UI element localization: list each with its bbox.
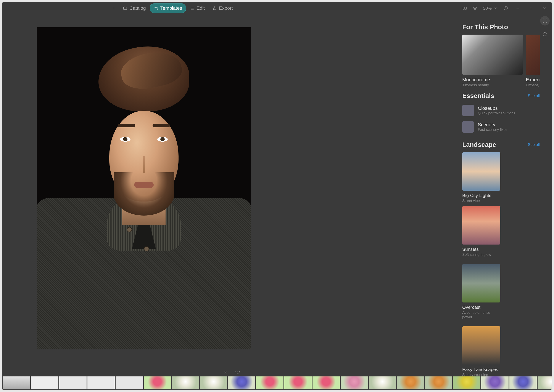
nav-export-label: Export xyxy=(219,5,233,11)
sparkle-icon xyxy=(154,6,158,10)
template-thumb xyxy=(526,35,540,75)
template-title: Overcast xyxy=(462,305,500,310)
help-icon xyxy=(503,6,508,11)
filmstrip-thumb[interactable] xyxy=(538,377,552,389)
filmstrip-thumb[interactable] xyxy=(144,377,171,389)
svg-marker-19 xyxy=(543,32,547,35)
template-subtitle: Simply stunning landscapes xyxy=(462,372,500,377)
nav-export[interactable]: Export xyxy=(209,4,237,13)
filmstrip-thumb[interactable] xyxy=(256,377,283,389)
svg-point-7 xyxy=(474,7,476,9)
template-thumb xyxy=(462,206,500,245)
template-title: Monochrome xyxy=(462,77,523,83)
filmstrip-thumb[interactable] xyxy=(228,377,255,389)
zoom-dropdown[interactable]: 30% xyxy=(482,5,499,12)
floating-tool-icons xyxy=(540,16,550,38)
section-essentials: Essentials See all xyxy=(462,92,540,99)
template-card-big-city-lights[interactable]: Big City Lights Street vibe xyxy=(462,152,500,203)
template-title: Easy Landscapes xyxy=(462,367,500,372)
add-button[interactable] xyxy=(109,3,119,13)
section-title-label: For This Photo xyxy=(462,23,508,31)
expand-icon xyxy=(542,18,547,23)
close-icon xyxy=(543,6,547,10)
template-card-easy-landscapes[interactable]: Easy Landscapes Simply stunning landscap… xyxy=(462,326,500,377)
filmstrip-thumb[interactable] xyxy=(284,377,312,389)
see-all-landscape[interactable]: See all xyxy=(528,142,540,147)
chevron-down-icon xyxy=(493,6,498,11)
nav-edit[interactable]: Edit xyxy=(186,4,209,13)
filmstrip-thumb[interactable] xyxy=(115,377,143,389)
filmstrip-thumb[interactable] xyxy=(341,377,368,389)
preview-toggle[interactable] xyxy=(472,5,478,11)
canvas-area xyxy=(2,14,461,377)
filmstrip-thumb[interactable] xyxy=(3,377,30,389)
template-thumb xyxy=(462,152,500,191)
filmstrip-thumb[interactable] xyxy=(200,377,227,389)
filmstrip[interactable] xyxy=(2,377,552,390)
templates-panel[interactable]: For This Photo Monochrome Timeless beaut… xyxy=(461,14,552,377)
template-thumb xyxy=(462,35,523,75)
expand-panel-button[interactable] xyxy=(540,16,550,26)
filmstrip-thumb[interactable] xyxy=(59,377,86,389)
filmstrip-thumb[interactable] xyxy=(87,377,115,389)
filmstrip-thumb[interactable] xyxy=(31,377,58,389)
section-for-this-photo: For This Photo xyxy=(462,23,540,31)
see-all-essentials[interactable]: See all xyxy=(528,94,540,98)
template-subtitle: Accent elemental power xyxy=(462,310,500,320)
list-item-subtitle: Quick portrait solutions xyxy=(478,111,515,115)
nav-catalog[interactable]: Catalog xyxy=(119,4,150,13)
template-subtitle: Street vibe xyxy=(462,198,500,203)
list-item-title: Closeups xyxy=(478,105,515,111)
canvas-viewport[interactable] xyxy=(2,14,461,366)
main-body: For This Photo Monochrome Timeless beaut… xyxy=(2,14,552,377)
list-item-subtitle: Fast scenery fixes xyxy=(478,127,507,132)
filmstrip-thumb[interactable] xyxy=(509,377,537,389)
list-item-title: Scenery xyxy=(478,122,507,127)
photo-action-bar xyxy=(2,366,461,377)
nav-templates[interactable]: Templates xyxy=(150,3,186,13)
template-thumb xyxy=(462,264,500,302)
filmstrip-thumb[interactable] xyxy=(425,377,452,389)
template-title: Big City Lights xyxy=(462,193,500,198)
filmstrip-thumb[interactable] xyxy=(312,377,340,389)
window-minimize[interactable] xyxy=(513,3,522,13)
compare-icon xyxy=(462,6,467,11)
filmstrip-thumb[interactable] xyxy=(369,377,396,389)
svg-rect-11 xyxy=(530,7,532,9)
template-card-monochrome[interactable]: Monochrome Timeless beauty xyxy=(462,35,523,87)
svg-rect-6 xyxy=(465,7,466,9)
filmstrip-thumb[interactable] xyxy=(397,377,424,389)
favorite-templates-button[interactable] xyxy=(540,29,550,38)
minimize-icon xyxy=(516,6,520,10)
top-bar: Catalog Templates Edit Export xyxy=(2,2,552,14)
section-landscape: Landscape See all xyxy=(462,141,540,148)
reject-icon[interactable] xyxy=(223,370,228,375)
folder-icon xyxy=(123,6,127,10)
main-photo[interactable] xyxy=(37,27,251,350)
template-card-overcast[interactable]: Overcast Accent elemental power xyxy=(462,264,500,320)
template-card-experimental[interactable]: Experim Offbeat, xyxy=(526,35,540,87)
essentials-item-scenery[interactable]: Scenery Fast scenery fixes xyxy=(462,120,540,136)
filmstrip-thumb[interactable] xyxy=(172,377,199,389)
star-icon xyxy=(542,31,548,36)
essentials-item-closeups[interactable]: Closeups Quick portrait solutions xyxy=(462,103,540,120)
template-title: Sunsets xyxy=(462,247,500,252)
maximize-icon xyxy=(529,6,533,10)
section-title-label: Landscape xyxy=(462,141,496,148)
section-title-label: Essentials xyxy=(462,92,494,99)
export-icon xyxy=(213,6,217,10)
filmstrip-thumb[interactable] xyxy=(481,377,509,389)
help-button[interactable] xyxy=(503,5,509,11)
compare-toggle[interactable] xyxy=(461,5,468,11)
zoom-value: 30% xyxy=(483,6,492,11)
eye-icon xyxy=(473,6,477,11)
window-close[interactable] xyxy=(540,3,549,13)
app-window: Catalog Templates Edit Export xyxy=(2,2,552,390)
filmstrip-thumb[interactable] xyxy=(453,377,480,389)
window-maximize[interactable] xyxy=(526,3,536,13)
template-subtitle: Soft sunlight glow xyxy=(462,252,500,257)
template-title: Experim xyxy=(526,77,540,83)
sliders-icon xyxy=(190,6,194,10)
favorite-icon[interactable] xyxy=(235,370,240,375)
template-card-sunsets[interactable]: Sunsets Soft sunlight glow xyxy=(462,206,500,257)
